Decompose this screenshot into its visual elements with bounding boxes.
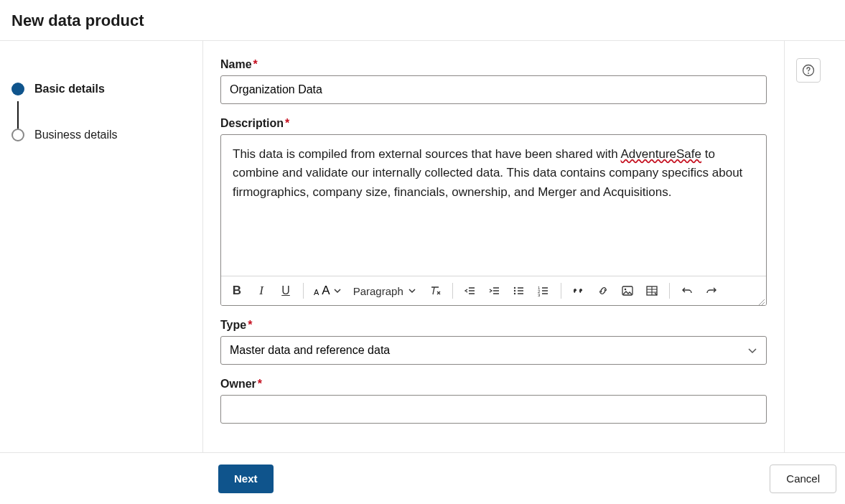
toolbar-separator xyxy=(303,283,304,299)
question-circle-icon xyxy=(802,64,815,77)
help-button[interactable] xyxy=(796,58,821,83)
redo-icon xyxy=(705,284,718,297)
quote-icon xyxy=(572,284,585,297)
number-list-button[interactable]: 123 xyxy=(532,279,555,302)
name-input[interactable] xyxy=(220,75,767,104)
clear-formatting-icon xyxy=(429,284,442,297)
table-button[interactable] xyxy=(640,279,663,302)
svg-point-10 xyxy=(808,73,809,74)
required-indicator-icon: * xyxy=(253,58,258,70)
svg-point-7 xyxy=(624,289,626,291)
required-indicator-icon: * xyxy=(258,378,262,390)
type-label: Type* xyxy=(220,319,767,332)
type-select[interactable] xyxy=(220,336,767,365)
indent-button[interactable] xyxy=(483,279,506,302)
link-button[interactable] xyxy=(592,279,615,302)
toolbar-separator xyxy=(669,283,670,299)
resize-grip-icon[interactable] xyxy=(756,298,765,306)
image-icon xyxy=(621,284,634,297)
description-spellcheck-word: AdventureSafe xyxy=(621,147,701,161)
step-label: Business details xyxy=(34,129,118,141)
owner-label: Owner* xyxy=(220,378,767,391)
description-field: Description* This data is compiled from … xyxy=(220,117,767,306)
font-size-icon: A xyxy=(322,284,330,298)
svg-point-0 xyxy=(514,287,515,289)
description-text: This data is compiled from external sour… xyxy=(233,147,621,161)
italic-button[interactable]: I xyxy=(250,279,273,302)
table-icon xyxy=(645,284,658,297)
owner-field: Owner* xyxy=(220,378,767,424)
bullet-list-icon xyxy=(513,284,526,297)
label-text: Owner xyxy=(220,378,256,390)
number-list-icon: 123 xyxy=(537,284,550,297)
label-text: Description xyxy=(220,117,284,129)
rich-text-editor: This data is compiled from external sour… xyxy=(220,134,767,306)
italic-icon: I xyxy=(259,284,263,298)
editor-toolbar: B I U AA Paragraph xyxy=(221,276,766,305)
label-text: Type xyxy=(220,319,246,331)
step-business-details[interactable]: Business details xyxy=(0,121,202,149)
help-panel xyxy=(785,41,845,452)
undo-button[interactable] xyxy=(676,279,699,302)
underline-button[interactable]: U xyxy=(274,279,297,302)
form-panel: Name* Description* This data is compiled… xyxy=(203,41,785,452)
next-button[interactable]: Next xyxy=(218,465,274,493)
link-icon xyxy=(597,284,610,297)
quote-button[interactable] xyxy=(567,279,590,302)
outdent-icon xyxy=(464,284,477,297)
page-title: New data product xyxy=(11,11,834,30)
svg-text:3: 3 xyxy=(538,293,541,297)
step-label: Basic details xyxy=(34,83,105,95)
chevron-down-icon xyxy=(333,286,342,295)
image-button[interactable] xyxy=(616,279,639,302)
description-textarea[interactable]: This data is compiled from external sour… xyxy=(221,135,766,276)
stepper-sidebar: Basic details Business details xyxy=(0,41,203,452)
footer-bar: Next Cancel xyxy=(0,452,845,504)
toolbar-separator xyxy=(561,283,561,299)
owner-input[interactable] xyxy=(220,395,767,424)
indent-icon xyxy=(488,284,501,297)
bullet-list-button[interactable] xyxy=(508,279,531,302)
step-dot-active-icon xyxy=(11,83,24,95)
type-field: Type* xyxy=(220,319,767,365)
clear-formatting-button[interactable] xyxy=(424,279,447,302)
required-indicator-icon: * xyxy=(248,319,252,331)
bold-icon: B xyxy=(233,284,241,298)
bold-button[interactable]: B xyxy=(225,279,248,302)
toolbar-separator xyxy=(452,283,453,299)
font-size-icon: A xyxy=(314,288,319,297)
label-text: Name xyxy=(220,58,252,70)
redo-button[interactable] xyxy=(700,279,723,302)
chevron-down-icon xyxy=(408,286,416,295)
svg-point-1 xyxy=(514,290,515,291)
header: New data product xyxy=(0,0,845,41)
step-dot-inactive-icon xyxy=(11,129,24,141)
font-size-button[interactable]: AA xyxy=(309,279,346,302)
required-indicator-icon: * xyxy=(285,117,289,129)
outdent-button[interactable] xyxy=(459,279,482,302)
step-basic-details[interactable]: Basic details xyxy=(0,75,202,103)
name-field: Name* xyxy=(220,58,767,104)
svg-point-2 xyxy=(514,293,515,294)
paragraph-label: Paragraph xyxy=(353,285,403,297)
name-label: Name* xyxy=(220,58,767,71)
cancel-button[interactable]: Cancel xyxy=(770,465,836,493)
underline-icon: U xyxy=(281,284,290,297)
description-label: Description* xyxy=(220,117,767,130)
undo-icon xyxy=(681,284,694,297)
paragraph-style-button[interactable]: Paragraph xyxy=(347,279,422,302)
